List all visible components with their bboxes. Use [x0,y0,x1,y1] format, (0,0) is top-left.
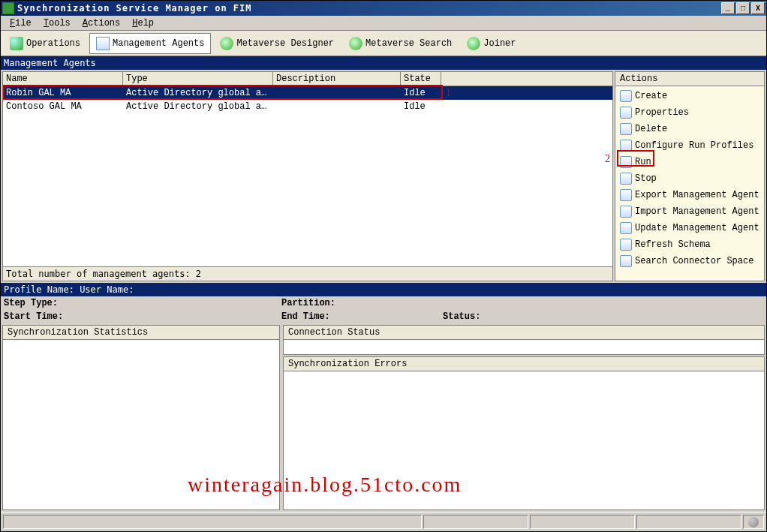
step-type-label: Step Type: [4,298,281,308]
info-row-1: Step Type: Partition: [1,296,766,310]
export-icon [620,189,632,201]
configure-icon [620,140,632,152]
menu-tools[interactable]: Tools [38,17,77,30]
toolbar-metaverse-search[interactable]: Metaverse Search [343,34,458,53]
app-icon [2,2,14,14]
window-title: Synchronization Service Manager on FIM [17,3,720,14]
management-agents-grid: Name Type Description State Robin GAL MA… [2,71,613,281]
header-description[interactable]: Description [273,72,401,86]
content-area: Management Agents Name Type Description … [1,56,766,512]
action-search-connector-space[interactable]: Search Connector Space [617,253,762,269]
status-label: Status: [443,311,480,322]
actions-header: Actions [615,72,764,86]
partition-label: Partition: [281,298,443,308]
close-button[interactable]: X [751,2,765,14]
connection-status-panel: Connection Status [283,325,765,355]
status-cell-main [3,515,422,529]
run-icon [620,156,632,168]
info-row-2: Start Time: End Time: Status: [1,310,766,323]
titlebar[interactable]: Synchronization Service Manager on FIM _… [1,1,766,16]
action-export-ma[interactable]: Export Management Agent [617,187,762,203]
upper-pane: Name Type Description State Robin GAL MA… [1,70,766,283]
lower-pane: Synchronization Statistics Connection St… [1,323,766,512]
action-delete[interactable]: Delete [617,121,762,137]
grid-total: Total number of management agents: 2 [3,266,612,281]
actions-panel: Actions Create Properties Delete Configu… [615,71,765,281]
header-type[interactable]: Type [123,72,273,86]
stop-icon [620,173,632,185]
start-time-label: Start Time: [4,311,281,322]
menubar: File Tools Actions Help [1,16,766,31]
menu-actions[interactable]: Actions [77,17,126,30]
status-cell-icon [743,515,764,529]
action-properties[interactable]: Properties [617,104,762,121]
action-run[interactable]: Run [617,154,762,170]
grid-section-header: Management Agents [1,56,766,70]
toolbar-joiner[interactable]: Joiner [461,34,522,53]
table-row[interactable]: Contoso GAL MA Active Directory global a… [3,100,612,113]
main-window: Synchronization Service Manager on FIM _… [0,0,767,532]
status-cell-3 [530,515,635,529]
gear-icon [748,517,759,527]
menu-help[interactable]: Help [126,17,160,30]
sync-errors-header: Synchronization Errors [284,357,764,371]
table-row[interactable]: Robin GAL MA Active Directory global add… [3,86,612,100]
action-configure-run-profiles[interactable]: Configure Run Profiles [617,137,762,154]
delete-icon [620,123,632,135]
sync-statistics-header: Synchronization Statistics [3,326,279,340]
action-list: Create Properties Delete Configure Run P… [615,86,764,271]
update-icon [620,222,632,234]
toolbar-operations[interactable]: Operations [4,34,86,53]
action-refresh-schema[interactable]: Refresh Schema [617,236,762,253]
header-name[interactable]: Name [3,72,123,86]
grid-body[interactable]: Robin GAL MA Active Directory global add… [3,86,612,266]
statusbar [1,512,766,531]
sync-errors-panel: Synchronization Errors [283,356,765,510]
toolbar: Operations Management Agents Metaverse D… [1,31,766,56]
toolbar-metaverse-designer[interactable]: Metaverse Designer [214,34,340,53]
action-update-ma[interactable]: Update Management Agent [617,220,762,236]
lower-left: Synchronization Statistics [2,325,280,510]
sync-statistics-panel: Synchronization Statistics [2,325,280,510]
connection-status-header: Connection Status [284,326,764,340]
action-stop[interactable]: Stop [617,170,762,187]
action-import-ma[interactable]: Import Management Agent [617,203,762,220]
end-time-label: End Time: [281,311,443,322]
search-icon [620,255,632,267]
header-state[interactable]: State [401,72,441,86]
minimize-button[interactable]: _ [721,2,735,14]
maximize-button[interactable]: □ [736,2,750,14]
grid-headers: Name Type Description State [3,72,612,86]
menu-file[interactable]: File [4,17,38,30]
toolbar-management-agents[interactable]: Management Agents [89,33,211,54]
create-icon [620,90,632,102]
import-icon [620,206,632,218]
action-create[interactable]: Create [617,88,762,104]
profile-bar: Profile Name: User Name: [1,283,766,296]
status-cell-2 [423,515,528,529]
lower-right: Connection Status Synchronization Errors [283,325,765,510]
window-controls: _ □ X [720,2,765,14]
refresh-icon [620,239,632,251]
properties-icon [620,107,632,119]
status-cell-4 [636,515,741,529]
